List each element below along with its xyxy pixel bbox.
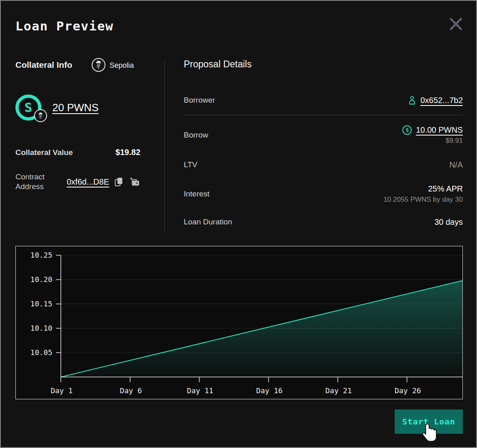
borrower-label: Borrower [184,96,215,105]
collateral-value-label: Collateral Value [15,148,73,157]
chart-y-tick-label: 10.15 [30,299,52,308]
chart-y-tick-label: 10.20 [30,275,52,284]
token-letter: S [24,101,32,114]
loan-duration-value: 30 days [434,218,463,227]
close-icon[interactable] [447,15,465,33]
contract-address-label: Contract Address [15,172,64,192]
borrow-label: Borrow [184,131,208,140]
chart-x-tick-label: Day 11 [187,386,213,395]
chart-y-tick-label: 10.10 [30,324,52,332]
interest-label: Interest [184,190,209,198]
collateral-value: $19.82 [116,148,140,157]
chart-y-tick-label: 10.25 [30,251,52,259]
chart-x-tick-label: Day 26 [395,386,421,395]
section-divider [164,59,165,232]
interest-total-value: 10.2055 PWNS by day 30 [383,196,463,204]
chart-y-tick-label: 10.05 [30,348,52,357]
person-icon [408,95,416,105]
close-x-glyph [448,16,464,32]
network-badge [92,58,105,72]
chart-x-tick-label: Day 16 [256,386,283,395]
ltv-label: LTV [184,160,197,169]
contract-address-link[interactable]: 0xf6d...D8E [67,177,109,187]
repayment-chart: 10.0510.1010.1510.2010.25Day 1Day 6Day 1… [15,246,463,399]
repayment-chart-svg: 10.0510.1010.1510.2010.25Day 1Day 6Day 1… [16,246,462,399]
chart-x-tick-label: Day 6 [120,386,142,395]
sepolia-logo-icon [95,60,102,70]
loan-duration-row: Loan Duration 30 days [184,215,463,229]
borrow-usd-value: $9.91 [445,137,463,145]
modal-title: Loan Preview [15,19,114,33]
copy-icon[interactable] [114,177,124,187]
start-loan-button[interactable]: Start Loan [395,409,463,434]
row-divider [184,115,463,115]
sepolia-logo-icon [38,112,43,120]
collateral-section-title: Collateral Info [15,60,72,70]
loan-preview-modal: Loan Preview Collateral Info Sepolia S 2… [0,0,477,448]
borrow-amount-link[interactable]: 10.00 PWNS [416,125,463,135]
chart-x-tick-label: Day 1 [51,386,73,395]
proposal-section-title: Proposal Details [184,59,251,70]
interest-row: Interest 25% APR 10.2055 PWNS by day 30 [184,182,463,206]
collateral-value-row: Collateral Value $19.82 [15,148,140,157]
borrow-token-icon: S [402,125,412,135]
loan-duration-label: Loan Duration [184,218,232,226]
ltv-value: N/A [449,160,463,170]
chain-badge-icon [34,109,47,122]
network-name: Sepolia [110,61,134,70]
collateral-amount-link[interactable]: 20 PWNS [52,101,99,114]
borrow-row: Borrow S 10.00 PWNS $9.91 [184,123,463,147]
chart-x-tick-label: Day 21 [325,386,352,395]
contract-address-row: Contract Address 0xf6d...D8E [15,171,140,192]
borrower-row: Borrower 0x652...7b2 [184,93,463,108]
interest-apr-value: 25% APR [428,184,463,194]
ltv-row: LTV N/A [184,157,463,172]
add-to-wallet-icon[interactable] [129,177,140,187]
borrower-address-link[interactable]: 0x652...7b2 [420,96,463,105]
token-letter: S [406,127,409,133]
